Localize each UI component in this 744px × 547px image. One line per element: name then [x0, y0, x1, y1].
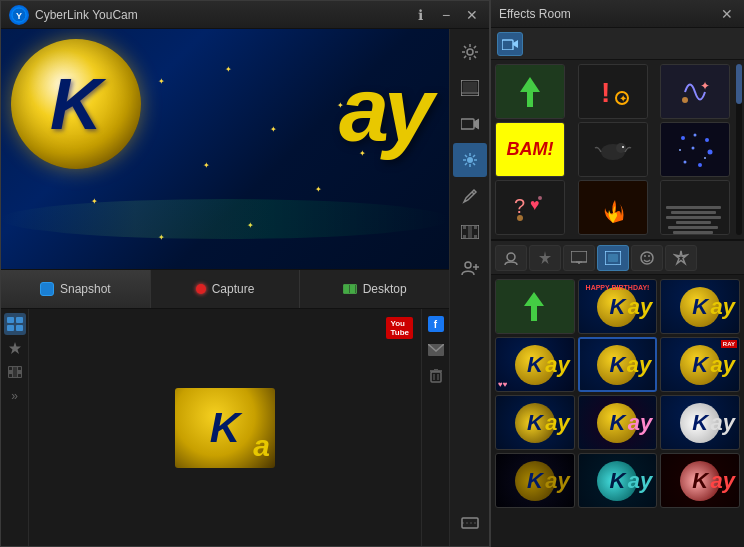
- svg-rect-12: [18, 374, 21, 377]
- ray-thumb-text3: ay: [545, 352, 569, 378]
- tool-effects[interactable]: [453, 143, 487, 177]
- effects-title: Effects Room: [499, 7, 718, 21]
- svg-text:✦: ✦: [700, 79, 710, 93]
- effect-item-ray-blue[interactable]: K ay: [578, 337, 658, 392]
- effect-item-arrow-frame[interactable]: [495, 279, 575, 334]
- effect-cell-exclaim[interactable]: ! ✦: [578, 64, 648, 119]
- svg-point-48: [694, 133, 697, 136]
- effects-toggle-icon[interactable]: [4, 337, 26, 359]
- effect-cell-lines[interactable]: [660, 180, 730, 235]
- desktop-icon: [343, 284, 357, 294]
- svg-point-67: [644, 255, 646, 257]
- svg-rect-29: [463, 235, 466, 238]
- effects-scrollbar[interactable]: [736, 64, 742, 235]
- effect-item-ray-dark[interactable]: K ay: [495, 453, 575, 508]
- svg-line-25: [472, 192, 474, 194]
- effect-item-ray-red-banner[interactable]: RAY K ay: [660, 337, 740, 392]
- svg-rect-21: [463, 82, 477, 92]
- svg-point-53: [698, 163, 702, 167]
- cat-tab-emoji[interactable]: [631, 245, 663, 271]
- thumb-a-letter: a: [253, 429, 270, 463]
- bday-banner-text: HAPPY BIRTHDAY!: [579, 284, 657, 291]
- effects-room: Effects Room ✕: [490, 0, 744, 547]
- capture-label: Capture: [212, 282, 255, 296]
- facebook-button[interactable]: f: [425, 313, 447, 335]
- ray-thumb-text6: ay: [545, 410, 569, 436]
- svg-point-24: [467, 157, 473, 163]
- ray-red-thumb: K ay: [661, 454, 739, 507]
- minimize-button[interactable]: −: [437, 6, 455, 24]
- effect-item-ray-red[interactable]: K ay: [660, 453, 740, 508]
- ray-plain-thumb: K ay: [661, 280, 739, 333]
- cat-tab-effects[interactable]: [529, 245, 561, 271]
- arrow-frame-display: [496, 280, 574, 333]
- effects-close-button[interactable]: ✕: [718, 5, 736, 23]
- effect-cell-bam[interactable]: BAM!: [495, 122, 565, 177]
- effect-item-ray-plain[interactable]: K ay: [660, 279, 740, 334]
- cat-tab-face[interactable]: [495, 245, 527, 271]
- close-button[interactable]: ✕: [463, 6, 481, 24]
- tool-draw[interactable]: [453, 179, 487, 213]
- youtube-label2: Tube: [390, 328, 409, 337]
- tool-webcam[interactable]: [453, 107, 487, 141]
- face-detection-icon[interactable]: [4, 313, 26, 335]
- svg-rect-2: [7, 317, 14, 323]
- ray-thumb-k11: K: [692, 468, 708, 494]
- effect-cell-bird[interactable]: [578, 122, 648, 177]
- effects-camera-icon[interactable]: [497, 32, 523, 56]
- hearts-overlay: ♥♥: [498, 380, 508, 389]
- main-content: ✦ ✦ ✦ ✦ ✦ ✦ ✦ ✦ ✦ ✦ K: [1, 29, 489, 546]
- svg-rect-8: [9, 367, 12, 370]
- tool-settings[interactable]: [453, 35, 487, 69]
- cat-tab-screen[interactable]: [563, 245, 595, 271]
- tool-eraser[interactable]: [453, 506, 487, 540]
- tool-view[interactable]: [453, 71, 487, 105]
- thumb-k-letter: K: [210, 404, 240, 452]
- tool-add-user[interactable]: [453, 251, 487, 285]
- ray-k-letter: K: [50, 63, 102, 145]
- delete-button[interactable]: [425, 365, 447, 387]
- effect-item-ray-plain2[interactable]: K ay: [495, 395, 575, 450]
- effect-cell-swirl[interactable]: ✦: [660, 64, 730, 119]
- bottom-left-icons: »: [1, 309, 29, 546]
- ray-blue-thumb: K ay: [580, 339, 656, 390]
- category-tabs: [491, 241, 744, 275]
- effects-title-bar: Effects Room ✕: [491, 0, 744, 28]
- right-toolbar: [449, 29, 489, 546]
- ray-thumb-text9: ay: [545, 468, 569, 494]
- thumbnail-area: K a You Tube: [29, 309, 421, 546]
- effect-item-ray-hearts[interactable]: K ay ♥♥: [495, 337, 575, 392]
- ray-thumb-k3: K: [527, 352, 543, 378]
- ray-logo-circle: K: [11, 39, 141, 169]
- effect-cell-flame[interactable]: [578, 180, 648, 235]
- swirl-effect-display: ✦: [661, 65, 729, 118]
- svg-rect-11: [9, 374, 12, 377]
- thumbnail-preview: K a: [175, 388, 275, 468]
- desktop-button[interactable]: Desktop: [300, 270, 449, 308]
- snapshot-button[interactable]: Snapshot: [1, 270, 151, 308]
- effect-cell-arrow[interactable]: [495, 64, 565, 119]
- ray-thumb-k7: K: [610, 410, 626, 436]
- svg-point-59: [538, 196, 542, 200]
- effects-bottom-grid[interactable]: HAPPY BIRTHDAY! K ay K ay: [491, 275, 744, 547]
- effect-item-ray-bday[interactable]: HAPPY BIRTHDAY! K ay: [578, 279, 658, 334]
- svg-marker-69: [524, 292, 544, 321]
- film-icon[interactable]: [4, 361, 26, 383]
- question-effect-display: ? ♥: [496, 181, 564, 234]
- effect-cell-question[interactable]: ? ♥: [495, 180, 565, 235]
- tool-movie[interactable]: [453, 215, 487, 249]
- expand-icon[interactable]: »: [4, 385, 26, 407]
- svg-point-32: [465, 262, 471, 268]
- effect-item-ray-plain3[interactable]: K ay: [660, 395, 740, 450]
- info-button[interactable]: ℹ: [411, 6, 429, 24]
- effect-cell-sparkle[interactable]: [660, 122, 730, 177]
- effect-item-ray-teal[interactable]: K ay: [578, 453, 658, 508]
- capture-button[interactable]: Capture: [151, 270, 301, 308]
- ray-thumb-text7: ay: [628, 410, 652, 436]
- svg-point-47: [681, 136, 685, 140]
- effect-item-ray-love[interactable]: K ay: [578, 395, 658, 450]
- svg-rect-31: [468, 226, 472, 238]
- email-button[interactable]: [425, 339, 447, 361]
- cat-tab-frame[interactable]: [597, 245, 629, 271]
- cat-tab-special[interactable]: [665, 245, 697, 271]
